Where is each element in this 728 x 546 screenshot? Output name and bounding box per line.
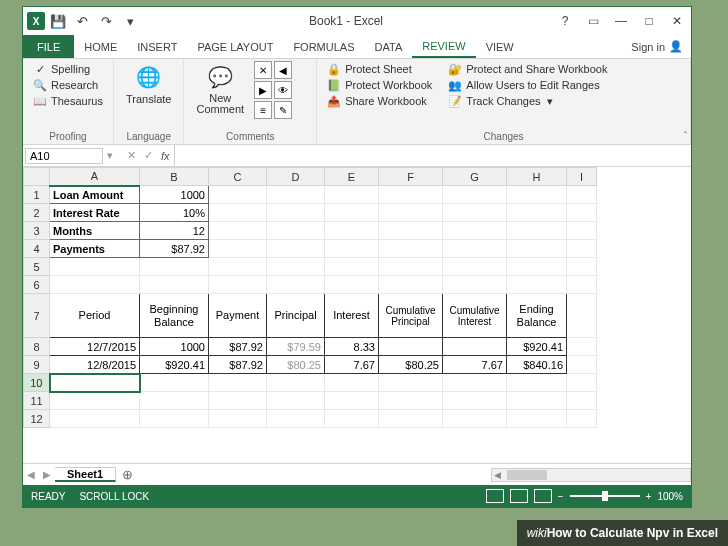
cell[interactable] (443, 204, 507, 222)
view-normal-icon[interactable] (486, 489, 504, 503)
view-pagebreak-icon[interactable] (534, 489, 552, 503)
translate-button[interactable]: 🌐 Translate (120, 61, 177, 107)
zoom-in-icon[interactable]: + (646, 491, 652, 502)
zoom-thumb[interactable] (602, 491, 608, 501)
row-header[interactable]: 1 (24, 186, 50, 204)
cell[interactable] (267, 374, 325, 392)
cell[interactable] (325, 374, 379, 392)
row-header[interactable]: 4 (24, 240, 50, 258)
save-icon[interactable]: 💾 (47, 10, 69, 32)
show-ink-icon[interactable]: ✎ (274, 101, 292, 119)
cell[interactable] (567, 222, 597, 240)
tab-insert[interactable]: INSERT (127, 35, 187, 58)
cell[interactable] (567, 258, 597, 276)
research-button[interactable]: 🔍Research (29, 77, 107, 93)
sheet-tab[interactable]: Sheet1 (55, 467, 116, 482)
cell[interactable]: Cumulative Principal (379, 294, 443, 338)
cell[interactable] (443, 374, 507, 392)
sheet-nav-prev-icon[interactable]: ◀ (23, 469, 39, 480)
cell[interactable]: $79.59 (267, 338, 325, 356)
cell[interactable] (379, 338, 443, 356)
cell[interactable] (209, 204, 267, 222)
cell[interactable] (443, 338, 507, 356)
cell[interactable] (507, 276, 567, 294)
col-header-e[interactable]: E (325, 168, 379, 186)
spreadsheet-grid[interactable]: A B C D E F G H I 1Loan Amount1000 2Inte… (23, 167, 691, 463)
protect-workbook-button[interactable]: 📗Protect Workbook (323, 77, 436, 93)
cell[interactable] (567, 410, 597, 428)
cell[interactable]: $80.25 (379, 356, 443, 374)
collapse-ribbon-icon[interactable]: ˆ (684, 131, 687, 142)
cell[interactable] (443, 392, 507, 410)
cell[interactable]: Payments (50, 240, 140, 258)
redo-icon[interactable]: ↷ (95, 10, 117, 32)
name-box[interactable] (25, 148, 103, 164)
cell[interactable] (567, 338, 597, 356)
cell[interactable] (209, 392, 267, 410)
cell[interactable]: 1000 (140, 338, 209, 356)
spelling-button[interactable]: ✓Spelling (29, 61, 107, 77)
tab-page-layout[interactable]: PAGE LAYOUT (187, 35, 283, 58)
col-header-h[interactable]: H (507, 168, 567, 186)
cell[interactable]: 1000 (140, 186, 209, 204)
cell[interactable] (325, 186, 379, 204)
row-header[interactable]: 12 (24, 410, 50, 428)
new-comment-button[interactable]: 💬 New Comment (190, 61, 250, 117)
cell[interactable] (140, 410, 209, 428)
cell[interactable]: 7.67 (443, 356, 507, 374)
cell[interactable] (140, 258, 209, 276)
col-header-f[interactable]: F (379, 168, 443, 186)
cell[interactable]: Beginning Balance (140, 294, 209, 338)
cell[interactable] (379, 258, 443, 276)
cell[interactable] (325, 240, 379, 258)
cell[interactable] (267, 240, 325, 258)
cell[interactable] (325, 222, 379, 240)
cell[interactable] (209, 410, 267, 428)
add-sheet-icon[interactable]: ⊕ (116, 467, 139, 482)
cell[interactable] (567, 204, 597, 222)
cell[interactable] (50, 392, 140, 410)
cell[interactable] (567, 356, 597, 374)
cell[interactable] (443, 410, 507, 428)
cell[interactable] (507, 258, 567, 276)
cell[interactable] (209, 240, 267, 258)
cell[interactable] (209, 222, 267, 240)
cell[interactable]: Loan Amount (50, 186, 140, 204)
enter-formula-icon[interactable]: ✓ (140, 149, 157, 162)
cell[interactable] (267, 258, 325, 276)
cell[interactable] (443, 276, 507, 294)
view-pagelayout-icon[interactable] (510, 489, 528, 503)
cell[interactable] (567, 392, 597, 410)
cell[interactable] (325, 410, 379, 428)
cell[interactable] (140, 276, 209, 294)
close-icon[interactable]: ✕ (663, 9, 691, 33)
cell[interactable] (507, 240, 567, 258)
cell[interactable]: 10% (140, 204, 209, 222)
cell[interactable]: Interest (325, 294, 379, 338)
row-header[interactable]: 9 (24, 356, 50, 374)
cell[interactable] (443, 240, 507, 258)
tab-formulas[interactable]: FORMULAS (283, 35, 364, 58)
cell[interactable] (507, 410, 567, 428)
zoom-slider[interactable] (570, 495, 640, 497)
scroll-thumb[interactable] (507, 470, 547, 480)
cell[interactable] (140, 374, 209, 392)
cell[interactable] (443, 258, 507, 276)
cell[interactable] (567, 374, 597, 392)
col-header-g[interactable]: G (443, 168, 507, 186)
next-comment-icon[interactable]: ▶ (254, 81, 272, 99)
cell[interactable] (140, 392, 209, 410)
show-comment-icon[interactable]: 👁 (274, 81, 292, 99)
tab-file[interactable]: FILE (23, 35, 74, 58)
track-changes-button[interactable]: 📝Track Changes▾ (444, 93, 611, 109)
col-header-a[interactable]: A (50, 168, 140, 186)
cell[interactable] (50, 410, 140, 428)
cell[interactable] (507, 222, 567, 240)
zoom-out-icon[interactable]: − (558, 491, 564, 502)
row-header[interactable]: 10 (24, 374, 50, 392)
cell[interactable] (209, 258, 267, 276)
row-header[interactable]: 6 (24, 276, 50, 294)
cell[interactable] (567, 294, 597, 338)
cell[interactable] (507, 186, 567, 204)
cell[interactable]: $80.25 (267, 356, 325, 374)
